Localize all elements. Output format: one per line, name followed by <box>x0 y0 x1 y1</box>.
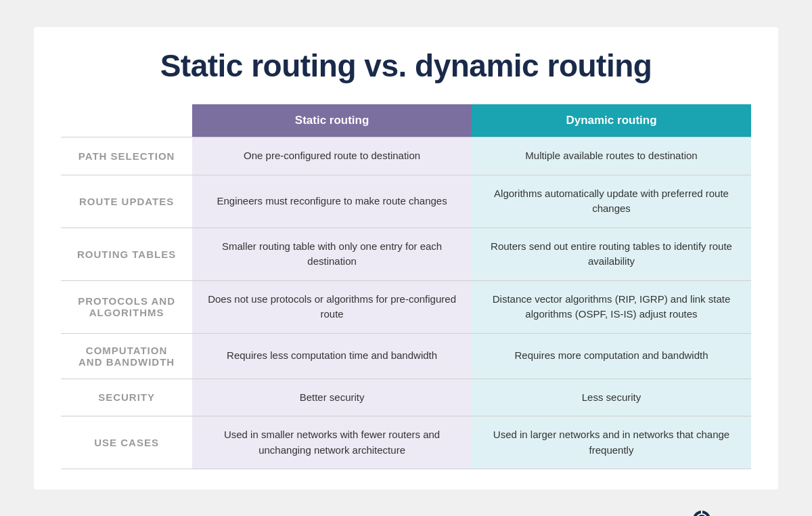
cell-static: Requires less computation time and bandw… <box>192 333 472 379</box>
row-label: ROUTE UPDATES <box>61 175 192 228</box>
table-row: COMPUTATION AND BANDWIDTHRequires less c… <box>61 333 751 379</box>
footer-right: ©2021 TECHTARGET. ALL RIGHTS RESERVED Te… <box>525 510 778 516</box>
empty-header <box>61 104 192 137</box>
footer: SOURCE: DAVID JACOBS ©2021 TECHTARGET. A… <box>34 510 778 516</box>
static-routing-header: Static routing <box>192 104 472 137</box>
table-row: ROUTE UPDATESEngineers must reconfigure … <box>61 175 751 228</box>
row-label: PATH SELECTION <box>61 137 192 175</box>
table-row: PROTOCOLS AND ALGORITHMSDoes not use pro… <box>61 280 751 333</box>
row-label: ROUTING TABLES <box>61 228 192 280</box>
cell-static: Smaller routing table with only one entr… <box>192 228 472 280</box>
cell-dynamic: Less security <box>472 379 751 416</box>
table-row: USE CASESUsed in smaller networks with f… <box>61 416 751 469</box>
row-label: PROTOCOLS AND ALGORITHMS <box>61 280 192 333</box>
cell-dynamic: Multiple available routes to destination <box>472 137 751 175</box>
cell-static: Engineers must reconfigure to make route… <box>192 175 472 228</box>
table-row: ROUTING TABLESSmaller routing table with… <box>61 228 751 280</box>
table-row: SECURITYBetter securityLess security <box>61 379 751 416</box>
cell-dynamic: Used in larger networks and in networks … <box>472 416 751 469</box>
row-label: SECURITY <box>61 379 192 416</box>
row-label: COMPUTATION AND BANDWIDTH <box>61 333 192 379</box>
row-label: USE CASES <box>61 416 192 469</box>
page-title: Static routing vs. dynamic routing <box>61 47 751 84</box>
cell-dynamic: Routers send out entire routing tables t… <box>472 228 751 280</box>
table-row: PATH SELECTIONOne pre-configured route t… <box>61 137 751 175</box>
cell-dynamic: Requires more computation and bandwidth <box>472 333 751 379</box>
comparison-table: Static routing Dynamic routing PATH SELE… <box>61 104 751 469</box>
tt-logo-icon <box>692 510 711 516</box>
cell-static: Does not use protocols or algorithms for… <box>192 280 472 333</box>
cell-dynamic: Algorithms automatically update with pre… <box>472 175 751 228</box>
main-card: Static routing vs. dynamic routing Stati… <box>34 27 778 490</box>
cell-dynamic: Distance vector algorithms (RIP, IGRP) a… <box>472 280 751 333</box>
cell-static: One pre-configured route to destination <box>192 137 472 175</box>
techtarget-logo: TechTarget <box>692 510 778 516</box>
cell-static: Better security <box>192 379 472 416</box>
cell-static: Used in smaller networks with fewer rout… <box>192 416 472 469</box>
dynamic-routing-header: Dynamic routing <box>472 104 751 137</box>
